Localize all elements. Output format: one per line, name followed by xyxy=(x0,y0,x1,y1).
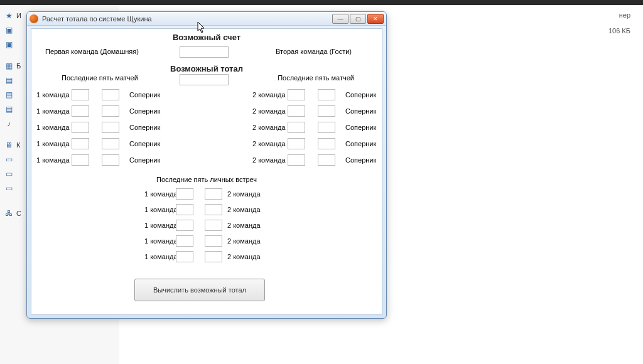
team-score-input[interactable] xyxy=(72,89,89,100)
team-label: 1 команда xyxy=(36,140,70,147)
opponent-score-input[interactable] xyxy=(102,154,119,166)
team2-matches-grid: 2 командаСоперник2 командаСоперник2 кома… xyxy=(252,89,387,171)
window-title: Расчет тотала по системе Щукина xyxy=(42,15,331,23)
team1-label: 1 команда xyxy=(144,206,178,213)
team-label: 2 команда xyxy=(252,91,286,99)
h2h-row: 1 команда2 команда xyxy=(144,188,289,204)
opponent-label: Соперник xyxy=(129,156,160,164)
team1-matches-grid: 1 командаСоперник1 командаСоперник1 кома… xyxy=(36,89,181,171)
opponent-label: Соперник xyxy=(129,107,160,115)
team-label: 1 команда xyxy=(36,156,70,164)
team-score-input[interactable] xyxy=(288,122,305,133)
team1-score-input[interactable] xyxy=(176,235,193,247)
team-score-input[interactable] xyxy=(72,138,89,149)
h2h-title: Последние пять личных встреч xyxy=(31,176,382,183)
window-client: Возможный счет Первая команда (Домашняя)… xyxy=(31,28,382,314)
computer-label: К xyxy=(16,141,20,149)
h2h-row: 1 команда2 команда xyxy=(144,220,289,235)
minimize-button[interactable]: — xyxy=(332,14,349,24)
last5-right-label: Последние пять матчей xyxy=(278,74,354,82)
library-icon: ▦ xyxy=(4,61,14,71)
h2h-row: 1 команда2 команда xyxy=(144,235,289,251)
app-icon xyxy=(30,14,38,23)
h2h-row: 1 команда2 команда xyxy=(144,204,289,220)
star-icon: ★ xyxy=(4,11,14,21)
team-score-input[interactable] xyxy=(288,154,305,166)
match-row: 2 командаСоперник xyxy=(252,122,387,138)
team-score-input[interactable] xyxy=(288,138,305,149)
team2-label: 2 команда xyxy=(227,190,261,198)
away-team-label: Вторая команда (Гости) xyxy=(276,48,352,55)
video-letterbox-top xyxy=(0,0,643,5)
team-score-input[interactable] xyxy=(288,89,305,100)
team1-label: 1 команда xyxy=(144,253,178,260)
team2-score-input[interactable] xyxy=(205,204,222,215)
total-input[interactable] xyxy=(180,74,229,85)
calculate-button[interactable]: Вычислить возможный тотал xyxy=(134,279,265,301)
team-label: 2 команда xyxy=(252,156,286,164)
team2-score-input[interactable] xyxy=(205,251,222,262)
team1-score-input[interactable] xyxy=(176,204,193,215)
match-row: 2 командаСоперник xyxy=(252,89,387,105)
opponent-score-input[interactable] xyxy=(318,154,335,166)
team-label: 2 команда xyxy=(252,124,286,131)
team1-label: 1 команда xyxy=(144,190,178,198)
opponent-score-input[interactable] xyxy=(318,89,335,100)
opponent-label: Соперник xyxy=(129,124,160,131)
team2-label: 2 команда xyxy=(227,237,261,245)
close-button[interactable]: ✕ xyxy=(367,14,384,24)
team2-score-input[interactable] xyxy=(205,220,222,231)
maximize-button[interactable]: ▢ xyxy=(350,14,366,24)
opponent-label: Соперник xyxy=(345,156,376,164)
team1-score-input[interactable] xyxy=(176,220,193,231)
match-row: 2 командаСоперник xyxy=(252,154,387,171)
team-score-input[interactable] xyxy=(288,105,305,117)
opponent-score-input[interactable] xyxy=(102,89,119,100)
drive-icon: ▭ xyxy=(4,183,14,193)
match-row: 1 командаСоперник xyxy=(36,105,181,122)
team-label: 2 команда xyxy=(252,140,286,147)
drive-icon: ▭ xyxy=(4,169,14,179)
score-row: Первая команда (Домашняя) Вторая команда… xyxy=(31,46,382,59)
team2-score-input[interactable] xyxy=(205,235,222,247)
team1-score-input[interactable] xyxy=(176,188,193,200)
match-row: 1 командаСоперник xyxy=(36,89,181,105)
folder-icon: ▣ xyxy=(4,25,14,35)
app-window: Расчет тотала по системе Щукина — ▢ ✕ Во… xyxy=(26,11,387,319)
opponent-score-input[interactable] xyxy=(318,138,335,149)
file-meta-label: нер xyxy=(619,11,630,19)
opponent-score-input[interactable] xyxy=(102,122,119,133)
libraries-label: Б xyxy=(16,62,21,70)
team-score-input[interactable] xyxy=(72,154,89,166)
opponent-label: Соперник xyxy=(345,107,376,115)
folder-icon: ▣ xyxy=(4,40,14,50)
folder-icon: ▤ xyxy=(4,104,14,114)
opponent-label: Соперник xyxy=(345,124,376,131)
team2-score-input[interactable] xyxy=(205,188,222,200)
drive-icon: ▭ xyxy=(4,154,14,164)
opponent-label: Соперник xyxy=(129,140,160,147)
folder-icon: ▤ xyxy=(4,90,14,100)
opponent-score-input[interactable] xyxy=(102,105,119,117)
team-label: 1 команда xyxy=(36,124,70,131)
opponent-score-input[interactable] xyxy=(102,138,119,149)
total-section-title: Возможный тотал xyxy=(31,64,382,73)
home-team-label: Первая команда (Домашняя) xyxy=(45,48,139,55)
folder-icon: ▤ xyxy=(4,75,14,85)
opponent-score-input[interactable] xyxy=(318,105,335,117)
team-label: 2 команда xyxy=(252,107,286,115)
team1-label: 1 команда xyxy=(144,222,178,229)
score-input[interactable] xyxy=(180,46,229,58)
team-score-input[interactable] xyxy=(72,122,89,133)
team1-label: 1 команда xyxy=(144,237,178,245)
music-icon: ♪ xyxy=(4,119,14,129)
team1-score-input[interactable] xyxy=(176,251,193,262)
opponent-score-input[interactable] xyxy=(318,122,335,133)
titlebar[interactable]: Расчет тотала по системе Щукина — ▢ ✕ xyxy=(27,12,386,26)
window-controls: — ▢ ✕ xyxy=(331,14,384,24)
file-size: 106 КБ xyxy=(608,27,630,35)
opponent-label: Соперник xyxy=(345,91,376,99)
match-row: 1 командаСоперник xyxy=(36,138,181,154)
team-score-input[interactable] xyxy=(72,105,89,117)
h2h-grid: 1 команда2 команда1 команда2 команда1 ко… xyxy=(144,188,289,267)
